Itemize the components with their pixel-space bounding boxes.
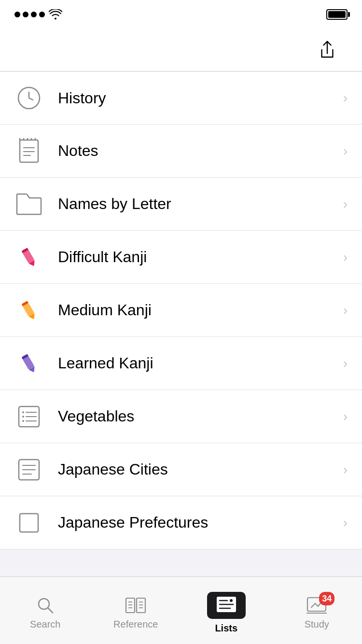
signal-dot-1 [14,12,20,17]
list-item-japanese-cities[interactable]: Japanese Cities› [0,443,362,496]
nav-right-actions [319,41,348,60]
svg-point-20 [22,411,24,413]
tab-reference-icon-wrap [124,596,148,615]
vegetables-label: Vegetables [58,407,338,425]
list-item-japanese-prefectures[interactable]: Japanese Prefectures› [0,496,362,549]
learned-kanji-chevron: › [343,356,348,371]
notes-icon [14,137,43,166]
medium-kanji-chevron: › [343,303,348,318]
tab-study[interactable]: 34Study [272,591,362,630]
svg-rect-30 [20,514,38,532]
tab-search-icon [33,596,57,615]
svg-rect-33 [126,598,135,613]
difficult-kanji-label: Difficult Kanji [58,248,338,266]
signal-dot-4 [39,12,45,17]
list-item-vegetables[interactable]: Vegetables› [0,390,362,443]
japanese-cities-label: Japanese Cities [58,461,338,478]
status-left [14,9,62,20]
wifi-icon [49,9,62,20]
status-bar [0,0,362,29]
tab-study-badge: 34 [319,592,334,605]
share-button[interactable] [319,41,336,60]
difficult-kanji-icon [14,243,43,272]
names-by-letter-icon [14,190,43,219]
nav-bar [0,29,362,71]
list-item-difficult-kanji[interactable]: Difficult Kanji› [0,231,362,284]
vegetables-icon [14,402,43,431]
tab-lists-label: Lists [215,623,237,634]
japanese-cities-chevron: › [343,462,348,477]
svg-line-32 [48,608,53,613]
japanese-prefectures-icon [14,508,43,537]
learned-kanji-icon [14,349,43,378]
tab-study-icon-wrap: 34 [305,596,329,615]
tab-reference[interactable]: Reference [91,591,181,630]
notes-label: Notes [58,142,338,160]
list-item-notes[interactable]: Notes› [0,125,362,178]
notes-chevron: › [343,143,348,159]
tab-reference-label: Reference [113,619,158,630]
names-by-letter-chevron: › [343,196,348,212]
svg-point-24 [22,420,24,422]
signal-dot-3 [31,12,37,17]
list-item-medium-kanji[interactable]: Medium Kanji› [0,284,362,337]
tab-search[interactable]: Search [0,591,91,630]
battery-icon [326,9,348,20]
difficult-kanji-chevron: › [343,250,348,265]
signal-dot-2 [23,12,28,17]
share-icon [319,41,336,60]
list-item-history[interactable]: History› [0,71,362,125]
svg-point-45 [230,599,233,602]
history-chevron: › [343,90,348,106]
tab-bar: Search Reference Lists 34Study [0,576,362,644]
tab-lists-active-bg [207,592,246,619]
tab-reference-icon [124,596,148,615]
tab-lists[interactable]: Lists [181,587,272,634]
signal-dots [14,12,45,17]
japanese-cities-icon [14,455,43,484]
japanese-prefectures-chevron: › [343,515,348,531]
tab-search-label: Search [30,619,60,630]
vegetables-chevron: › [343,409,348,424]
tab-search-icon-wrap [33,596,57,615]
japanese-prefectures-label: Japanese Prefectures [58,514,338,532]
lists-container: History› Notes› Names by Letter› Difficu… [0,71,362,549]
learned-kanji-label: Learned Kanji [58,354,338,372]
names-by-letter-label: Names by Letter [58,195,338,213]
history-label: History [58,89,338,107]
svg-rect-34 [137,598,145,613]
list-item-learned-kanji[interactable]: Learned Kanji› [0,337,362,390]
tab-study-label: Study [305,619,329,630]
tab-lists-icon-wrap [207,592,246,619]
list-item-names-by-letter[interactable]: Names by Letter› [0,178,362,231]
medium-kanji-label: Medium Kanji [58,301,338,319]
status-right [321,9,348,20]
history-icon [14,84,43,112]
battery-fill [328,11,346,18]
medium-kanji-icon [14,296,43,325]
svg-point-22 [22,416,24,418]
